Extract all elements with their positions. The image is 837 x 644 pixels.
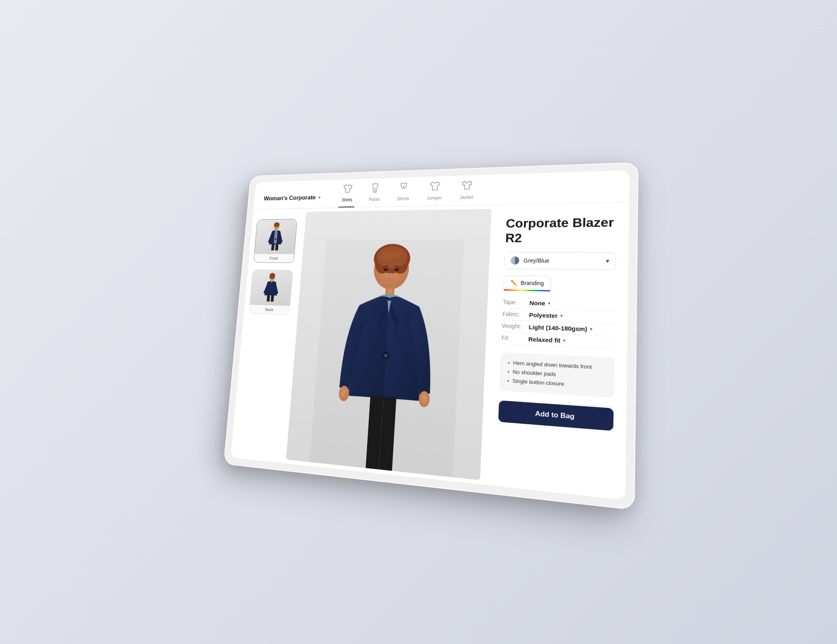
category-title: Woman's Corporate bbox=[264, 194, 316, 202]
tab-shirts[interactable]: Shirts bbox=[333, 179, 362, 207]
tablet-screen: Woman's Corporate ▾ Shirts bbox=[230, 170, 630, 500]
tab-jacket[interactable]: Jacket bbox=[450, 175, 483, 205]
front-label: Front bbox=[254, 254, 294, 262]
right-panel: Corporate Blazer R2 Grey/Blue ▾ ✏️ Brand… bbox=[484, 202, 629, 500]
color-swatch-row: Grey/Blue bbox=[510, 256, 549, 265]
features-box: • Hem angled down towards front • No sho… bbox=[500, 352, 615, 398]
jumper-icon bbox=[429, 181, 441, 193]
add-to-bag-button[interactable]: Add to Bag bbox=[498, 400, 613, 430]
color-swatch bbox=[510, 256, 520, 264]
fit-label: Fit: bbox=[502, 334, 529, 342]
shorts-icon bbox=[398, 181, 409, 194]
weight-label: Weight: bbox=[502, 322, 529, 330]
tab-shorts[interactable]: Shorts bbox=[388, 177, 419, 206]
color-name: Grey/Blue bbox=[524, 257, 549, 264]
svg-rect-34 bbox=[366, 395, 396, 471]
svg-line-35 bbox=[379, 398, 383, 469]
shirts-icon bbox=[342, 183, 353, 195]
bullet-2: • bbox=[507, 369, 509, 375]
feature-text-2: No shoulder pads bbox=[513, 368, 556, 377]
pants-icon bbox=[369, 182, 380, 195]
fabric-value: Polyester bbox=[529, 311, 557, 319]
jacket-label: Jacket bbox=[460, 194, 473, 200]
main-content: Front bbox=[230, 202, 629, 500]
nav-tabs: Shirts Pants bbox=[333, 175, 483, 207]
bullet-3: • bbox=[507, 378, 509, 384]
svg-rect-12 bbox=[271, 295, 274, 302]
svg-rect-4 bbox=[275, 229, 277, 231]
fabric-chevron-icon: ▾ bbox=[560, 313, 563, 318]
category-selector[interactable]: Woman's Corporate ▾ bbox=[263, 187, 321, 209]
weight-value: Light (140-180gsm) bbox=[529, 323, 587, 332]
svg-rect-6 bbox=[275, 244, 278, 250]
branding-button[interactable]: ✏️ Branding bbox=[503, 275, 551, 291]
shorts-label: Shorts bbox=[396, 196, 409, 201]
branding-label: Branding bbox=[520, 280, 544, 286]
attributes-list: Tape: None ▾ Fabric: Polyester ▾ bbox=[501, 296, 615, 349]
tape-chevron-icon: ▾ bbox=[548, 300, 551, 306]
svg-rect-10 bbox=[271, 280, 273, 282]
svg-rect-11 bbox=[266, 295, 270, 301]
tape-dropdown[interactable]: None ▾ bbox=[529, 299, 550, 307]
pants-label: Pants bbox=[369, 197, 380, 202]
feature-text-3: Single button closure bbox=[512, 378, 564, 387]
shirts-label: Shirts bbox=[342, 197, 352, 202]
fit-dropdown[interactable]: Relaxed fit ▾ bbox=[528, 336, 566, 344]
weight-chevron-icon: ▾ bbox=[590, 326, 593, 332]
svg-rect-5 bbox=[271, 244, 274, 250]
back-label: Back bbox=[249, 305, 290, 314]
thumbnail-front[interactable]: Front bbox=[253, 219, 297, 263]
jumper-label: Jumper bbox=[427, 195, 442, 200]
fit-value: Relaxed fit bbox=[528, 336, 561, 344]
product-image-container bbox=[286, 208, 491, 480]
tape-value: None bbox=[529, 299, 545, 307]
bullet-1: • bbox=[508, 359, 510, 366]
svg-point-33 bbox=[418, 391, 430, 407]
product-title: Corporate Blazer R2 bbox=[505, 215, 617, 246]
pencil-icon: ✏️ bbox=[510, 280, 518, 286]
tab-pants[interactable]: Pants bbox=[360, 178, 389, 207]
tape-label: Tape: bbox=[503, 299, 530, 306]
back-image bbox=[250, 269, 293, 305]
fit-chevron-icon: ▾ bbox=[563, 337, 566, 343]
tablet-device: Woman's Corporate ▾ Shirts bbox=[224, 162, 639, 510]
tab-jumper[interactable]: Jumper bbox=[417, 176, 452, 206]
product-image-area bbox=[282, 205, 495, 485]
color-dropdown[interactable]: Grey/Blue ▾ bbox=[504, 252, 616, 270]
weight-dropdown[interactable]: Light (140-180gsm) ▾ bbox=[529, 323, 593, 332]
category-chevron-icon: ▾ bbox=[318, 195, 320, 200]
thumbnail-back[interactable]: Back bbox=[249, 269, 293, 315]
front-image bbox=[254, 219, 297, 254]
fabric-dropdown[interactable]: Polyester ▾ bbox=[529, 311, 563, 319]
jacket-icon bbox=[461, 180, 473, 192]
color-dropdown-chevron-icon: ▾ bbox=[606, 257, 609, 264]
fabric-label: Fabric: bbox=[502, 310, 529, 318]
